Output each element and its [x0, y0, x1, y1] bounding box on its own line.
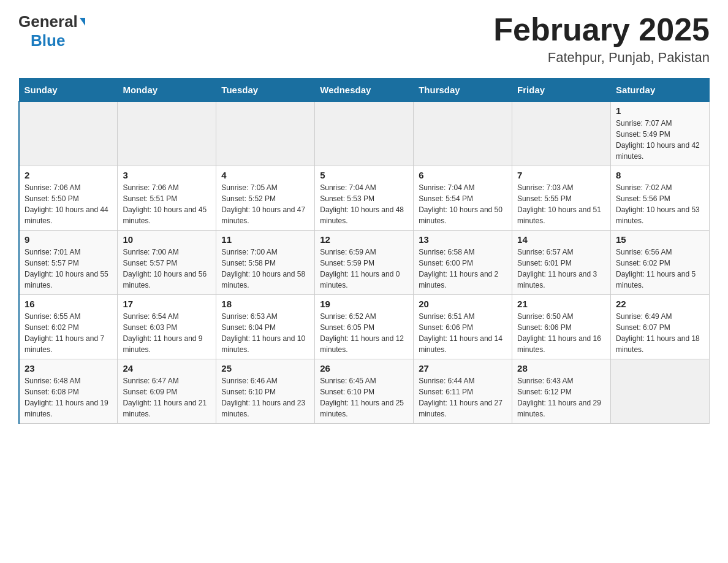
- week-row-2: 2Sunrise: 7:06 AMSunset: 5:50 PMDaylight…: [19, 166, 710, 231]
- day-number: 1: [616, 105, 704, 116]
- day-number: 17: [123, 299, 211, 309]
- day-number: 8: [616, 170, 704, 180]
- table-cell: 8Sunrise: 7:02 AMSunset: 5:56 PMDaylight…: [611, 166, 710, 231]
- day-info: Sunrise: 6:43 AMSunset: 6:12 PMDaylight:…: [517, 375, 605, 419]
- calendar-header: SundayMondayTuesdayWednesdayThursdayFrid…: [19, 79, 710, 102]
- title-area: February 2025 Fatehpur, Punjab, Pakistan: [493, 12, 710, 66]
- table-cell: 6Sunrise: 7:04 AMSunset: 5:54 PMDaylight…: [414, 166, 512, 231]
- logo: General Blue: [18, 12, 85, 50]
- day-header-tuesday: Tuesday: [216, 79, 315, 102]
- day-number: 18: [221, 299, 309, 309]
- table-cell: 21Sunrise: 6:50 AMSunset: 6:06 PMDayligh…: [512, 295, 611, 359]
- table-cell: 1Sunrise: 7:07 AMSunset: 5:49 PMDaylight…: [611, 102, 710, 166]
- day-number: 21: [517, 299, 605, 309]
- day-info: Sunrise: 6:59 AMSunset: 5:59 PMDaylight:…: [320, 247, 408, 291]
- table-cell: 7Sunrise: 7:03 AMSunset: 5:55 PMDaylight…: [512, 166, 611, 231]
- day-info: Sunrise: 7:04 AMSunset: 5:53 PMDaylight:…: [320, 182, 408, 226]
- table-cell: 14Sunrise: 6:57 AMSunset: 6:01 PMDayligh…: [512, 231, 611, 295]
- table-cell: 9Sunrise: 7:01 AMSunset: 5:57 PMDaylight…: [19, 231, 118, 295]
- logo-general-text: General: [18, 12, 78, 31]
- day-number: 20: [419, 299, 507, 309]
- table-cell: 25Sunrise: 6:46 AMSunset: 6:10 PMDayligh…: [216, 359, 315, 424]
- day-info: Sunrise: 7:06 AMSunset: 5:50 PMDaylight:…: [25, 182, 112, 226]
- table-cell: 15Sunrise: 6:56 AMSunset: 6:02 PMDayligh…: [611, 231, 710, 295]
- table-cell: [512, 102, 611, 166]
- day-info: Sunrise: 7:03 AMSunset: 5:55 PMDaylight:…: [517, 182, 605, 226]
- day-number: 24: [123, 363, 211, 373]
- table-cell: 18Sunrise: 6:53 AMSunset: 6:04 PMDayligh…: [216, 295, 315, 359]
- table-cell: 22Sunrise: 6:49 AMSunset: 6:07 PMDayligh…: [611, 295, 710, 359]
- week-row-1: 1Sunrise: 7:07 AMSunset: 5:49 PMDaylight…: [19, 102, 710, 166]
- table-cell: 10Sunrise: 7:00 AMSunset: 5:57 PMDayligh…: [118, 231, 216, 295]
- table-cell: 19Sunrise: 6:52 AMSunset: 6:05 PMDayligh…: [315, 295, 414, 359]
- day-info: Sunrise: 6:54 AMSunset: 6:03 PMDaylight:…: [123, 311, 211, 355]
- day-number: 2: [25, 170, 112, 180]
- calendar-subtitle: Fatehpur, Punjab, Pakistan: [493, 50, 710, 66]
- calendar-table: SundayMondayTuesdayWednesdayThursdayFrid…: [18, 78, 710, 424]
- calendar-body: 1Sunrise: 7:07 AMSunset: 5:49 PMDaylight…: [19, 102, 710, 424]
- table-cell: [611, 359, 710, 424]
- day-number: 22: [616, 299, 704, 309]
- table-cell: 20Sunrise: 6:51 AMSunset: 6:06 PMDayligh…: [414, 295, 512, 359]
- day-info: Sunrise: 6:46 AMSunset: 6:10 PMDaylight:…: [221, 375, 309, 419]
- table-cell: 12Sunrise: 6:59 AMSunset: 5:59 PMDayligh…: [315, 231, 414, 295]
- day-number: 12: [320, 234, 408, 245]
- day-info: Sunrise: 6:52 AMSunset: 6:05 PMDaylight:…: [320, 311, 408, 355]
- day-info: Sunrise: 6:45 AMSunset: 6:10 PMDaylight:…: [320, 375, 408, 419]
- day-info: Sunrise: 7:00 AMSunset: 5:58 PMDaylight:…: [221, 247, 309, 291]
- day-number: 26: [320, 363, 408, 373]
- table-cell: 28Sunrise: 6:43 AMSunset: 6:12 PMDayligh…: [512, 359, 611, 424]
- table-cell: 17Sunrise: 6:54 AMSunset: 6:03 PMDayligh…: [118, 295, 216, 359]
- day-number: 9: [25, 234, 112, 245]
- day-info: Sunrise: 7:00 AMSunset: 5:57 PMDaylight:…: [123, 247, 211, 291]
- table-cell: [19, 102, 118, 166]
- day-info: Sunrise: 7:07 AMSunset: 5:49 PMDaylight:…: [616, 118, 704, 162]
- day-number: 28: [517, 363, 605, 373]
- day-number: 13: [419, 234, 507, 245]
- day-info: Sunrise: 7:06 AMSunset: 5:51 PMDaylight:…: [123, 182, 211, 226]
- page-header: General Blue February 2025 Fatehpur, Pun…: [18, 12, 710, 66]
- table-cell: 13Sunrise: 6:58 AMSunset: 6:00 PMDayligh…: [414, 231, 512, 295]
- week-row-4: 16Sunrise: 6:55 AMSunset: 6:02 PMDayligh…: [19, 295, 710, 359]
- table-cell: 27Sunrise: 6:44 AMSunset: 6:11 PMDayligh…: [414, 359, 512, 424]
- table-cell: [414, 102, 512, 166]
- day-info: Sunrise: 6:44 AMSunset: 6:11 PMDaylight:…: [419, 375, 507, 419]
- day-number: 11: [221, 234, 309, 245]
- table-cell: 16Sunrise: 6:55 AMSunset: 6:02 PMDayligh…: [19, 295, 118, 359]
- table-cell: 4Sunrise: 7:05 AMSunset: 5:52 PMDaylight…: [216, 166, 315, 231]
- day-number: 7: [517, 170, 605, 180]
- day-info: Sunrise: 6:53 AMSunset: 6:04 PMDaylight:…: [221, 311, 309, 355]
- day-info: Sunrise: 6:56 AMSunset: 6:02 PMDaylight:…: [616, 247, 704, 291]
- day-number: 25: [221, 363, 309, 373]
- week-row-3: 9Sunrise: 7:01 AMSunset: 5:57 PMDaylight…: [19, 231, 710, 295]
- logo-triangle-icon: [80, 18, 85, 26]
- day-info: Sunrise: 6:58 AMSunset: 6:00 PMDaylight:…: [419, 247, 507, 291]
- day-number: 10: [123, 234, 211, 245]
- day-info: Sunrise: 7:02 AMSunset: 5:56 PMDaylight:…: [616, 182, 704, 226]
- day-info: Sunrise: 6:55 AMSunset: 6:02 PMDaylight:…: [25, 311, 112, 355]
- day-number: 14: [517, 234, 605, 245]
- table-cell: 2Sunrise: 7:06 AMSunset: 5:50 PMDaylight…: [19, 166, 118, 231]
- table-cell: [216, 102, 315, 166]
- table-cell: [118, 102, 216, 166]
- day-header-wednesday: Wednesday: [315, 79, 414, 102]
- day-header-saturday: Saturday: [611, 79, 710, 102]
- day-header-thursday: Thursday: [414, 79, 512, 102]
- table-cell: 23Sunrise: 6:48 AMSunset: 6:08 PMDayligh…: [19, 359, 118, 424]
- day-info: Sunrise: 6:57 AMSunset: 6:01 PMDaylight:…: [517, 247, 605, 291]
- table-cell: 26Sunrise: 6:45 AMSunset: 6:10 PMDayligh…: [315, 359, 414, 424]
- table-cell: [315, 102, 414, 166]
- day-number: 4: [221, 170, 309, 180]
- table-cell: 5Sunrise: 7:04 AMSunset: 5:53 PMDaylight…: [315, 166, 414, 231]
- table-cell: 3Sunrise: 7:06 AMSunset: 5:51 PMDaylight…: [118, 166, 216, 231]
- day-number: 6: [419, 170, 507, 180]
- day-header-friday: Friday: [512, 79, 611, 102]
- table-cell: 24Sunrise: 6:47 AMSunset: 6:09 PMDayligh…: [118, 359, 216, 424]
- day-number: 5: [320, 170, 408, 180]
- calendar-title: February 2025: [493, 12, 710, 47]
- day-number: 23: [25, 363, 112, 373]
- day-info: Sunrise: 6:49 AMSunset: 6:07 PMDaylight:…: [616, 311, 704, 355]
- days-of-week-row: SundayMondayTuesdayWednesdayThursdayFrid…: [19, 79, 710, 102]
- day-info: Sunrise: 6:47 AMSunset: 6:09 PMDaylight:…: [123, 375, 211, 419]
- day-number: 16: [25, 299, 112, 309]
